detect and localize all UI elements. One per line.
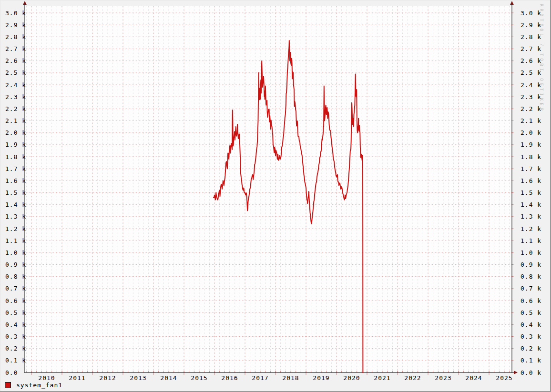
- chart-plot-area: [0, 0, 551, 392]
- x-tick-label-year: 2010: [32, 374, 61, 382]
- y-tick-label-right: 2.7 k: [520, 45, 541, 52]
- y-tick-label-left: 2.9 k: [5, 21, 26, 29]
- y-tick-label-right: 0.4 k: [520, 321, 541, 328]
- y-tick-label-left: 0.5 k: [5, 309, 26, 316]
- y-tick-label-right: 1.4 k: [520, 201, 541, 208]
- y-tick-label-right: 0.2 k: [520, 345, 541, 352]
- x-tick-label-year: 2024: [459, 374, 488, 382]
- y-tick-label-left: 0.2 k: [5, 345, 26, 352]
- y-tick-label-right: 2.1 k: [520, 117, 541, 124]
- y-tick-label-right: 2.5 k: [520, 69, 541, 76]
- y-tick-label-left: 0.7 k: [5, 285, 26, 292]
- x-tick-label-year: 2013: [124, 374, 153, 382]
- y-tick-label-left: 1.6 k: [5, 177, 26, 184]
- x-tick-label-year: 2015: [185, 374, 214, 382]
- y-tick-label-right: 1.5 k: [520, 189, 541, 196]
- x-tick-label-year: 2021: [368, 374, 397, 382]
- x-tick-label-year: 2022: [398, 374, 427, 382]
- y-tick-label-right: 1.1 k: [520, 237, 541, 244]
- y-tick-label-right: 0.1 k: [520, 357, 541, 364]
- x-tick-label-year: 2014: [154, 374, 183, 382]
- x-tick-label-year: 2016: [215, 374, 244, 382]
- legend-swatch-icon: [5, 382, 11, 388]
- y-tick-label-right: 1.6 k: [520, 177, 541, 184]
- y-tick-label-right: 1.9 k: [520, 141, 541, 148]
- legend: system_fan1: [5, 381, 62, 389]
- y-tick-label-right: 0.0 k: [520, 369, 541, 376]
- y-tick-label-left: 0.6 k: [5, 297, 26, 304]
- y-tick-label-left: 3.0 k: [5, 10, 26, 17]
- y-tick-label-right: 2.4 k: [520, 81, 541, 89]
- y-tick-label-left: 0.4 k: [5, 321, 26, 328]
- y-tick-label-left: 2.2 k: [5, 105, 26, 112]
- y-tick-label-left: 1.2 k: [5, 225, 26, 232]
- x-tick-label-year: 2011: [63, 374, 92, 382]
- y-tick-label-left: 1.1 k: [5, 237, 26, 244]
- y-tick-label-right: 2.9 k: [520, 21, 541, 29]
- y-tick-label-right: 0.7 k: [520, 285, 541, 292]
- y-tick-label-left: 1.9 k: [5, 141, 26, 148]
- y-tick-label-right: 1.3 k: [520, 213, 541, 220]
- y-tick-label-left: 2.3 k: [5, 93, 26, 101]
- y-tick-label-right: 0.6 k: [520, 297, 541, 304]
- y-tick-label-left: 0.1 k: [5, 357, 26, 364]
- x-tick-label-year: 2025: [490, 374, 519, 382]
- y-tick-label-left: 2.7 k: [5, 45, 26, 52]
- x-tick-label-year: 2023: [429, 374, 458, 382]
- y-tick-label-right: 2.8 k: [520, 33, 541, 40]
- y-tick-label-left: 0.3 k: [5, 333, 26, 340]
- y-tick-label-left: 1.0 k: [5, 249, 26, 256]
- y-tick-label-right: 1.0 k: [520, 249, 541, 256]
- y-tick-label-left: 1.5 k: [5, 189, 26, 196]
- y-tick-label-left: 0.0: [5, 369, 18, 376]
- y-tick-label-left: 2.8 k: [5, 33, 26, 40]
- y-tick-label-left: 2.0 k: [5, 129, 26, 136]
- y-tick-label-left: 0.9 k: [5, 261, 26, 268]
- x-tick-label-year: 2020: [337, 374, 366, 382]
- x-tick-label-year: 2017: [246, 374, 275, 382]
- y-tick-label-right: 1.7 k: [520, 165, 541, 172]
- y-tick-label-right: 1.2 k: [520, 225, 541, 232]
- legend-label: system_fan1: [16, 382, 62, 389]
- y-tick-label-right: 2.2 k: [520, 105, 541, 112]
- y-tick-label-right: 2.0 k: [520, 129, 541, 136]
- y-tick-label-left: 1.4 k: [5, 201, 26, 208]
- y-tick-label-left: 2.4 k: [5, 81, 26, 89]
- x-tick-label-year: 2012: [93, 374, 122, 382]
- y-tick-label-left: 1.7 k: [5, 165, 26, 172]
- y-tick-label-left: 1.8 k: [5, 153, 26, 161]
- y-tick-label-right: 3.0 k: [520, 10, 541, 17]
- y-tick-label-left: 1.3 k: [5, 213, 26, 220]
- x-tick-label-year: 2019: [307, 374, 336, 382]
- rrdtool-graph: 0.00.1 k0.2 k0.3 k0.4 k0.5 k0.6 k0.7 k0.…: [0, 0, 551, 392]
- y-tick-label-left: 2.1 k: [5, 117, 26, 124]
- rrdtool-watermark: RRDTOOL / TOBI OETIKER: [539, 4, 544, 113]
- y-tick-label-right: 2.6 k: [520, 57, 541, 64]
- y-tick-label-left: 2.6 k: [5, 57, 26, 64]
- y-tick-label-right: 0.5 k: [520, 309, 541, 316]
- y-tick-label-right: 0.9 k: [520, 261, 541, 268]
- y-tick-label-right: 0.3 k: [520, 333, 541, 340]
- y-tick-label-right: 0.8 k: [520, 273, 541, 280]
- y-tick-label-left: 2.5 k: [5, 69, 26, 76]
- y-tick-label-right: 2.3 k: [520, 93, 541, 101]
- y-tick-label-right: 1.8 k: [520, 153, 541, 161]
- y-tick-label-left: 0.8 k: [5, 273, 26, 280]
- x-tick-label-year: 2018: [276, 374, 305, 382]
